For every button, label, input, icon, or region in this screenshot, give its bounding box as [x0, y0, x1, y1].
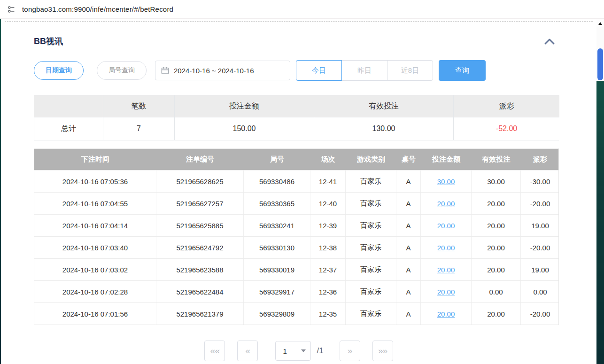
cell-game-type: 百家乐	[346, 215, 396, 236]
date-query-tab[interactable]: 日期查询	[34, 61, 84, 80]
table-row: 2024-10-16 07:01:56 521965621379 5693298…	[34, 302, 558, 325]
cell-round-no: 569330365	[244, 193, 310, 214]
cell-bet-time: 2024-10-16 07:01:56	[34, 303, 156, 325]
header-bet-amount: 投注金额	[421, 149, 472, 170]
today-button[interactable]: 今日	[296, 60, 342, 81]
browser-address-bar: tongbao31.com:9900/infe/mcenter/#/betRec…	[0, 0, 604, 19]
cell-bet-time: 2024-10-16 07:05:36	[34, 170, 156, 192]
cell-round-no: 569330130	[244, 237, 310, 258]
last-8-days-button[interactable]: 近8日	[387, 60, 433, 81]
collapse-chevron-icon[interactable]	[544, 38, 555, 45]
cell-payout: 0.00	[521, 281, 559, 302]
calendar-icon	[161, 67, 169, 75]
summary-total-bet: 150.00	[175, 117, 314, 140]
first-page-button[interactable]: ««	[204, 341, 225, 361]
pagination: «« « 1 /1 » »»	[1, 341, 596, 361]
summary-header-bet-amount: 投注金额	[175, 95, 314, 117]
cell-order-no: 521965623588	[156, 259, 244, 280]
table-row: 2024-10-16 07:03:40 521965624792 5693301…	[34, 236, 558, 258]
prev-page-button[interactable]: «	[237, 341, 258, 361]
bet-table-body: 2024-10-16 07:05:36 521965628625 5693304…	[34, 170, 558, 325]
cell-round-no: 569330019	[244, 259, 310, 280]
cell-order-no: 521965628625	[156, 170, 244, 192]
cell-payout: -20.00	[521, 193, 559, 214]
header-order-no: 注单编号	[156, 149, 244, 170]
last-page-button[interactable]: »»	[372, 341, 393, 361]
site-settings-icon[interactable]	[6, 4, 16, 15]
table-row: 2024-10-16 07:05:36 521965628625 5693304…	[34, 170, 558, 192]
cell-round-no: 569329917	[244, 281, 310, 302]
cell-valid-bet: 20.00	[472, 259, 521, 280]
cell-valid-bet: 20.00	[472, 193, 521, 214]
cell-game-type: 百家乐	[346, 237, 396, 258]
table-header-row: 下注时间 注单编号 局号 场次 游戏类别 桌号 投注金额 有效投注 派彩	[34, 149, 558, 170]
cell-round-no: 569330486	[244, 170, 310, 192]
cell-order-no: 521965627257	[156, 193, 244, 214]
table-row: 2024-10-16 07:04:14 521965625885 5693302…	[34, 214, 558, 236]
quick-range-group: 今日 昨日 近8日	[296, 60, 433, 81]
date-range-value: 2024-10-16 ~ 2024-10-16	[174, 67, 254, 75]
cell-payout: 19.00	[521, 215, 559, 236]
bet-amount-link[interactable]: 20.00	[437, 310, 455, 318]
summary-table: 笔数 投注金额 有效投注 派彩 总计 7 150.00 130.00 -52.0…	[34, 95, 559, 140]
bet-amount-link[interactable]: 30.00	[437, 178, 455, 186]
cell-game-type: 百家乐	[346, 193, 396, 214]
cell-valid-bet: 0.00	[472, 281, 521, 302]
bet-amount-link[interactable]: 20.00	[437, 266, 455, 274]
bet-amount-link[interactable]: 20.00	[437, 244, 455, 252]
header-payout: 派彩	[521, 149, 559, 170]
cell-game-type: 百家乐	[346, 170, 396, 192]
header-game-type: 游戏类别	[346, 149, 396, 170]
cell-bet-time: 2024-10-16 07:03:40	[34, 237, 156, 258]
vertical-scrollbar[interactable]	[596, 19, 604, 364]
cell-payout: 19.00	[521, 259, 559, 280]
cell-session: 12-37	[310, 259, 346, 280]
cell-session: 12-41	[310, 170, 346, 192]
scrollbar-thumb[interactable]	[597, 48, 603, 80]
cell-payout: -20.00	[521, 303, 559, 325]
cell-session: 12-40	[310, 193, 346, 214]
section-title: BB视讯	[34, 36, 63, 47]
scroll-up-button[interactable]	[596, 19, 604, 27]
bet-amount-link[interactable]: 20.00	[437, 288, 455, 296]
search-button[interactable]: 查询	[439, 60, 486, 81]
summary-total-valid: 130.00	[314, 117, 454, 140]
summary-total-payout: -52.00	[454, 117, 559, 140]
summary-corner-cell	[34, 95, 103, 117]
chevron-down-icon	[301, 349, 306, 352]
next-page-button[interactable]: »	[340, 341, 360, 361]
cell-table-no: A	[396, 237, 421, 258]
cell-table-no: A	[396, 281, 421, 302]
header-session: 场次	[310, 149, 346, 170]
summary-header-payout: 派彩	[454, 95, 559, 117]
bet-amount-link[interactable]: 20.00	[437, 200, 455, 208]
cell-bet-time: 2024-10-16 07:04:14	[34, 215, 156, 236]
date-range-picker[interactable]: 2024-10-16 ~ 2024-10-16	[155, 61, 290, 80]
cell-session: 12-35	[310, 303, 346, 325]
cell-game-type: 百家乐	[346, 303, 396, 325]
url-text[interactable]: tongbao31.com:9900/infe/mcenter/#/betRec…	[22, 5, 173, 13]
cell-valid-bet: 20.00	[472, 303, 521, 325]
summary-header-count: 笔数	[103, 95, 175, 117]
cell-table-no: A	[396, 303, 421, 325]
bet-amount-link[interactable]: 20.00	[437, 222, 455, 230]
table-row: 2024-10-16 07:02:28 521965622484 5693299…	[34, 280, 558, 302]
page-select[interactable]: 1	[275, 341, 311, 361]
cell-session: 12-38	[310, 237, 346, 258]
summary-total-count: 7	[103, 117, 175, 140]
scroll-up-arrow-icon	[598, 22, 602, 25]
cell-valid-bet: 20.00	[472, 215, 521, 236]
cell-payout: -20.00	[521, 237, 559, 258]
table-row: 2024-10-16 07:03:02 521965623588 5693300…	[34, 258, 558, 280]
cell-bet-time: 2024-10-16 07:04:55	[34, 193, 156, 214]
header-round-no: 局号	[244, 149, 310, 170]
cell-bet-time: 2024-10-16 07:02:28	[34, 281, 156, 302]
yesterday-button[interactable]: 昨日	[341, 60, 387, 81]
cell-table-no: A	[396, 170, 421, 192]
table-row: 2024-10-16 07:04:55 521965627257 5693303…	[34, 192, 558, 214]
cell-session: 12-39	[310, 215, 346, 236]
summary-header-row: 笔数 投注金额 有效投注 派彩	[34, 95, 558, 117]
cell-game-type: 百家乐	[346, 259, 396, 280]
round-query-tab[interactable]: 局号查询	[97, 61, 147, 80]
cell-valid-bet: 20.00	[472, 237, 521, 258]
